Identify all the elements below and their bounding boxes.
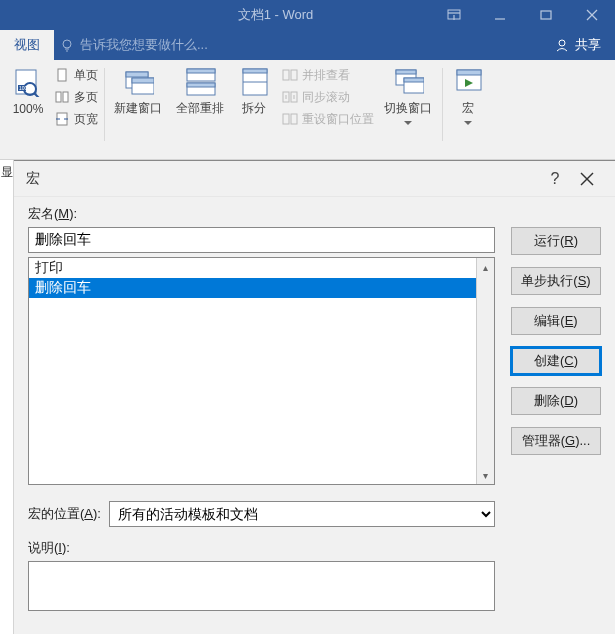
description-box[interactable] xyxy=(28,561,495,611)
window-titlebar: 文档1 - Word xyxy=(0,0,615,30)
macro-location-label: 宏的位置(A): xyxy=(28,505,101,523)
zoom-button[interactable]: 100 xyxy=(6,64,50,100)
macro-list-items: 打印 删除回车 xyxy=(29,258,476,484)
sync-scroll-button[interactable]: 同步滚动 xyxy=(280,86,376,108)
ribbon-group-zoom: 100 100% 单页 多页 页宽 xyxy=(2,64,104,159)
multi-page-icon xyxy=(54,89,70,105)
svg-point-7 xyxy=(63,40,71,48)
macro-name-label: 宏名(M): xyxy=(28,205,495,223)
organizer-button[interactable]: 管理器(G)... xyxy=(511,427,601,455)
reset-pos-icon xyxy=(282,111,298,127)
single-page-button[interactable]: 单页 xyxy=(52,64,100,86)
svg-rect-37 xyxy=(283,114,289,124)
description-label: 说明(I): xyxy=(28,539,495,557)
minimize-button[interactable] xyxy=(477,0,523,30)
macro-location-select[interactable]: 所有的活动模板和文档 xyxy=(109,501,495,527)
dialog-body: 宏名(M): 打印 删除回车 ▴ ▾ 宏的位置(A): 所有的活动模板和文档 xyxy=(14,197,615,623)
new-window-icon xyxy=(122,66,154,98)
edit-button[interactable]: 编辑(E) xyxy=(511,307,601,335)
dialog-help-button[interactable]: ? xyxy=(539,163,571,195)
macros-button[interactable]: 宏 xyxy=(446,64,490,127)
view-side-by-side-button[interactable]: 并排查看 xyxy=(280,64,376,86)
ribbon-group-window: 新建窗口 全部重排 拆分 并排查看 同步滚动 xyxy=(104,64,442,159)
tell-me-box[interactable]: 告诉我您想要做什么... xyxy=(60,36,208,54)
page-width-button[interactable]: 页宽 xyxy=(52,108,100,130)
side-by-side-icon xyxy=(282,67,298,83)
page-width-icon xyxy=(54,111,70,127)
scroll-down-arrow[interactable]: ▾ xyxy=(477,466,494,484)
svg-rect-42 xyxy=(404,78,424,82)
ribbon-display-options[interactable] xyxy=(431,0,477,30)
svg-rect-33 xyxy=(283,70,289,80)
svg-text:100: 100 xyxy=(19,85,28,91)
svg-rect-38 xyxy=(291,114,297,124)
new-window-button[interactable]: 新建窗口 xyxy=(108,64,168,130)
switch-windows-icon xyxy=(392,66,424,98)
person-icon xyxy=(555,38,569,52)
svg-rect-31 xyxy=(243,69,267,73)
close-button[interactable] xyxy=(569,0,615,30)
chevron-down-icon xyxy=(464,121,472,125)
ribbon-group-macros: 宏 xyxy=(442,64,494,159)
macro-name-input[interactable] xyxy=(28,227,495,253)
split-button[interactable]: 拆分 xyxy=(232,64,276,130)
split-icon xyxy=(238,66,270,98)
svg-rect-44 xyxy=(457,70,481,75)
svg-rect-29 xyxy=(187,83,215,87)
arrange-all-icon xyxy=(184,66,216,98)
svg-rect-34 xyxy=(291,70,297,80)
switch-windows-button[interactable]: 切换窗口 xyxy=(378,64,438,130)
list-item[interactable]: 打印 xyxy=(29,258,476,278)
svg-rect-23 xyxy=(126,72,148,77)
reset-window-pos-button[interactable]: 重设窗口位置 xyxy=(280,108,376,130)
scroll-up-arrow[interactable]: ▴ xyxy=(477,258,494,276)
run-button[interactable]: 运行(R) xyxy=(511,227,601,255)
svg-rect-40 xyxy=(396,70,416,74)
close-icon xyxy=(580,172,594,186)
tell-me-label: 告诉我您想要做什么... xyxy=(80,36,208,54)
tab-view[interactable]: 视图 xyxy=(0,30,54,60)
scrollbar[interactable]: ▴ ▾ xyxy=(476,258,494,484)
ribbon: 100 100% 单页 多页 页宽 xyxy=(0,60,615,160)
svg-line-13 xyxy=(34,93,40,97)
chevron-down-icon xyxy=(404,121,412,125)
svg-rect-27 xyxy=(187,69,215,73)
ribbon-tabs: 视图 告诉我您想要做什么... 共享 xyxy=(0,30,615,60)
macros-dialog: 宏 ? 宏名(M): 打印 删除回车 ▴ ▾ 宏的位置(A): xyxy=(14,160,615,634)
share-label: 共享 xyxy=(575,36,601,54)
arrange-all-button[interactable]: 全部重排 xyxy=(170,64,230,130)
zoom-icon: 100 xyxy=(12,66,44,98)
multi-page-button[interactable]: 多页 xyxy=(52,86,100,108)
macro-listbox[interactable]: 打印 删除回车 ▴ ▾ xyxy=(28,257,495,485)
zoom-percent[interactable]: 100% xyxy=(6,102,50,116)
single-page-icon xyxy=(54,67,70,83)
svg-point-10 xyxy=(559,40,565,46)
create-button[interactable]: 创建(C) xyxy=(511,347,601,375)
sync-scroll-icon xyxy=(282,89,298,105)
background-panel-sliver: 显 xyxy=(0,160,14,634)
lightbulb-icon xyxy=(60,38,74,52)
maximize-button[interactable] xyxy=(523,0,569,30)
dialog-titlebar: 宏 ? xyxy=(14,161,615,197)
dialog-title: 宏 xyxy=(26,170,539,188)
share-button[interactable]: 共享 xyxy=(541,36,615,54)
svg-rect-4 xyxy=(541,11,551,19)
svg-rect-25 xyxy=(132,78,154,83)
list-item[interactable]: 删除回车 xyxy=(29,278,476,298)
svg-rect-16 xyxy=(58,69,66,81)
window-controls xyxy=(431,0,615,30)
window-title: 文档1 - Word xyxy=(0,6,431,24)
svg-rect-18 xyxy=(63,92,68,102)
delete-button[interactable]: 删除(D) xyxy=(511,387,601,415)
step-into-button[interactable]: 单步执行(S) xyxy=(511,267,601,295)
dialog-close-button[interactable] xyxy=(571,163,603,195)
svg-rect-17 xyxy=(56,92,61,102)
macros-icon xyxy=(452,66,484,98)
